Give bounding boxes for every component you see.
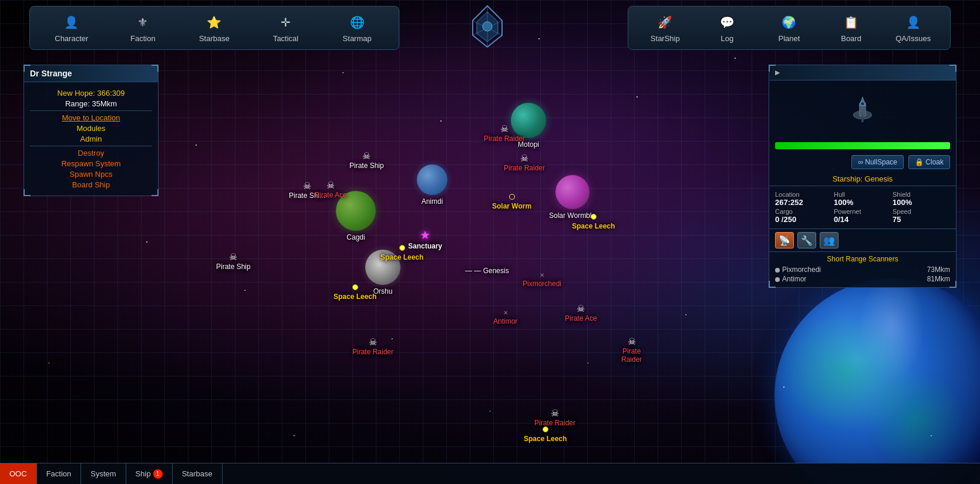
pirate-ace-1[interactable]: ☠ Pirate Ace <box>315 180 347 199</box>
planet-icon: 🌍 <box>780 13 799 32</box>
space-leech-2[interactable]: Space Leech <box>572 211 615 230</box>
hull-stat: Hull 100% <box>834 191 891 207</box>
speed-label: Speed <box>893 208 950 215</box>
sanctuary-star: ★ <box>420 228 430 241</box>
pirate-ship-1[interactable]: ☠ Pirate Ship <box>349 150 384 170</box>
admin-link[interactable]: Admin <box>30 135 152 143</box>
nav-starship[interactable]: 🚀 StarShip <box>642 13 689 43</box>
pirate-skull-2: ☠ <box>216 251 251 263</box>
tab-ship-badge: 1 <box>153 469 163 479</box>
powernet-label: Powernet <box>834 208 891 215</box>
pixmorchedi[interactable]: ✕ Pixmorchedi <box>523 269 561 288</box>
scanner-row-0: Pixmorchedi 73Mkm <box>775 265 950 274</box>
solar-worm[interactable]: Solar Worm <box>492 191 531 210</box>
shield-label: Shield <box>893 191 950 198</box>
nav-planet[interactable]: 🌍 Planet <box>766 13 813 43</box>
space-leech-4-label: Space Leech <box>524 435 567 443</box>
tab-ship[interactable]: Ship 1 <box>126 463 173 484</box>
signal-button[interactable]: 📡 <box>775 232 794 248</box>
antimor[interactable]: ✕ Antimor <box>493 307 517 325</box>
shield-stat: Shield 100% <box>893 191 950 207</box>
left-panel-content: New Hope: 366:309 Range: 35Mkm Move to L… <box>24 82 158 196</box>
respawn-system-button[interactable]: Respawn System <box>30 159 152 168</box>
scanner-section: Short Range Scanners Pixmorchedi 73Mkm A… <box>769 251 956 287</box>
board-ship-button[interactable]: Board Ship <box>30 180 152 189</box>
speed-value: 75 <box>893 215 950 224</box>
scanner-dot-1: Antimor <box>775 275 806 283</box>
tab-ooc[interactable]: OOC <box>0 463 37 484</box>
faction-icon: ⚜ <box>133 13 152 32</box>
pirate-raider-4[interactable]: ☠ PirateRaider <box>621 336 642 364</box>
health-fill <box>775 142 950 149</box>
svg-rect-9 <box>861 116 864 123</box>
space-leech-dot-4 <box>543 426 548 432</box>
powernet-value: 0/14 <box>834 215 891 224</box>
left-navigation: 👤 Character ⚜ Faction ⭐ Starbase ✛ Tacti… <box>29 6 399 50</box>
people-button[interactable]: 👥 <box>820 232 838 248</box>
antimor-icon: ✕ <box>503 310 508 316</box>
cloak-button[interactable]: 🔒 Cloak <box>908 155 950 169</box>
antimor-label: Antimor <box>493 317 517 325</box>
tab-starbase[interactable]: Starbase <box>173 463 223 484</box>
scanner-dist-0: 73Mkm <box>927 265 950 274</box>
range-display: Range: 35Mkm <box>30 99 152 108</box>
sanctuary[interactable]: ★ Sanctuary <box>408 228 442 250</box>
sanctuary-label: Sanctuary <box>408 242 442 250</box>
pirate-raider-2[interactable]: ☠ Pirate Raider <box>504 153 545 172</box>
nav-starship-label: StarShip <box>651 34 680 43</box>
pirate-ace-2-label: Pirate Ace <box>565 314 597 322</box>
nav-tactical[interactable]: ✛ Tactical <box>262 13 309 43</box>
planet-earth-decoration <box>774 278 980 484</box>
health-bar <box>775 142 950 149</box>
nullspace-button[interactable]: ∞ NullSpace <box>851 155 904 169</box>
hull-label: Hull <box>834 191 891 198</box>
nav-starmap[interactable]: 🌐 Starmap <box>334 13 380 43</box>
cagdi-label: Cagdi <box>336 233 376 241</box>
nav-character[interactable]: 👤 Character <box>48 13 95 43</box>
pirate-ace-2[interactable]: ☠ Pirate Ace <box>565 303 597 322</box>
cargo-value: 0 /250 <box>775 215 833 224</box>
genesis-label: — — Genesis <box>465 267 509 275</box>
nav-log[interactable]: 💬 Log <box>703 13 750 43</box>
log-icon: 💬 <box>718 13 736 32</box>
space-leech-dot-3 <box>352 284 358 290</box>
nav-log-label: Log <box>721 34 734 43</box>
pirate-raider-skull-2: ☠ <box>504 153 545 164</box>
nav-qa[interactable]: 👤 QA/Issues <box>890 13 937 43</box>
space-leech-dot-2 <box>591 214 597 220</box>
space-leech-3-label: Space Leech <box>334 293 376 301</box>
tactical-icon: ✛ <box>277 13 295 32</box>
nav-faction[interactable]: ⚜ Faction <box>119 13 166 43</box>
wrench-button[interactable]: 🔧 <box>797 232 816 248</box>
nav-faction-label: Faction <box>130 34 156 43</box>
pirate-skull-1: ☠ <box>349 150 384 162</box>
pirate-raider-1[interactable]: ☠ Pirate Raider <box>484 123 525 143</box>
nav-starbase[interactable]: ⭐ Starbase <box>191 13 238 43</box>
space-leech-4[interactable]: Space Leech <box>524 424 567 443</box>
scanner-name-1: Antimor <box>782 275 806 283</box>
pirate-ship-2[interactable]: ☠ Pirate Ship <box>216 251 251 271</box>
animdi-label: Animdi <box>417 197 447 206</box>
genesis[interactable]: — — Genesis <box>465 267 509 275</box>
pirate-raider-1-label: Pirate Raider <box>484 135 525 143</box>
bottom-chat-bar: OOC Faction System Ship 1 Starbase <box>0 463 980 484</box>
pirate-raider-3[interactable]: ☠ Pirate Raider <box>352 337 393 356</box>
pirate-ace-skull-2: ☠ <box>565 303 597 314</box>
solar-worm-dot <box>509 194 515 200</box>
destroy-button[interactable]: Destroy <box>30 149 152 157</box>
planet-animdi[interactable]: Animdi <box>417 164 447 206</box>
pirate-raider-4-label: PirateRaider <box>621 347 642 364</box>
tab-faction[interactable]: Faction <box>37 463 82 484</box>
modules-link[interactable]: Modules <box>30 124 152 133</box>
pixmorchedi-icon: ✕ <box>540 272 544 278</box>
nav-board[interactable]: 📋 Board <box>828 13 875 43</box>
tab-system[interactable]: System <box>81 463 126 484</box>
nav-character-label: Character <box>55 34 88 43</box>
nav-planet-label: Planet <box>779 34 800 43</box>
space-leech-3[interactable]: Space Leech <box>334 282 376 301</box>
spawn-npcs-button[interactable]: Spawn Npcs <box>30 170 152 179</box>
pirate-raider-skull-1: ☠ <box>484 123 525 135</box>
move-to-location-link[interactable]: Move to Location <box>30 113 152 122</box>
action-icons: 📡 🔧 👥 <box>769 228 956 251</box>
starbase-icon: ⭐ <box>205 13 224 32</box>
